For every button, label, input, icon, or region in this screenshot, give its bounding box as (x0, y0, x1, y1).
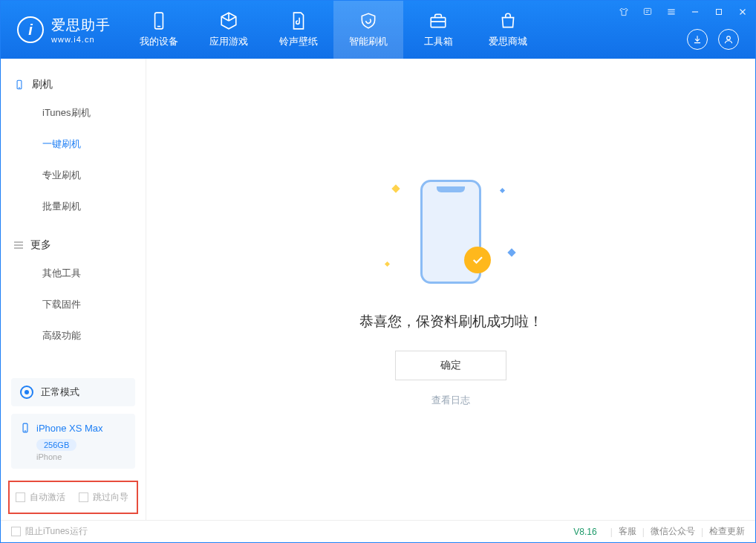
wechat-link[interactable]: 微信公众号 (651, 525, 695, 538)
tab-store[interactable]: 爱思商城 (473, 1, 543, 59)
checkbox-block-itunes[interactable]: 阻止iTunes运行 (11, 525, 88, 538)
support-link[interactable]: 客服 (619, 525, 636, 538)
sidebar-item-download-firmware[interactable]: 下载固件 (1, 289, 146, 320)
close-button[interactable] (736, 5, 749, 19)
checkmark-badge-icon (464, 247, 491, 273)
device-phone-icon (20, 421, 30, 435)
bag-icon (498, 11, 518, 30)
sidebar-section-more: 更多 (1, 233, 146, 258)
tab-apps[interactable]: 应用游戏 (194, 1, 264, 59)
feedback-icon[interactable] (641, 5, 654, 19)
sidebar-section-flash: 刷机 (1, 72, 146, 97)
list-icon (14, 241, 23, 249)
device-name: iPhone XS Max (36, 423, 103, 434)
success-message: 恭喜您，保资料刷机成功啦！ (359, 312, 543, 331)
svg-rect-2 (431, 18, 446, 27)
menu-icon[interactable] (665, 5, 678, 19)
svg-point-3 (727, 36, 731, 40)
logo-title: 爱思助手 (51, 16, 111, 35)
device-mode-card[interactable]: 正常模式 (11, 378, 135, 406)
header-right-actions (687, 29, 739, 50)
cube-icon (219, 11, 238, 30)
toolbox-icon (428, 11, 448, 30)
check-update-link[interactable]: 检查更新 (709, 525, 745, 538)
sidebar-item-advanced[interactable]: 高级功能 (1, 320, 146, 351)
phone-outline-icon (14, 79, 25, 91)
version-label: V8.16 (573, 527, 596, 537)
device-type: iPhone (36, 452, 126, 461)
minimize-button[interactable] (688, 5, 702, 19)
music-file-icon (289, 11, 308, 30)
tab-ringtone[interactable]: 铃声壁纸 (264, 1, 333, 59)
checkbox-auto-activate[interactable]: 自动激活 (16, 491, 65, 504)
logo: i 爱思助手 www.i4.cn (1, 16, 124, 44)
sidebar: 刷机 iTunes刷机 一键刷机 专业刷机 批量刷机 更多 其他工具 下载固件 … (1, 59, 146, 520)
logo-icon: i (17, 16, 44, 43)
maximize-button[interactable] (712, 5, 726, 19)
refresh-shield-icon (359, 11, 378, 30)
phone-icon (149, 11, 169, 30)
sidebar-item-pro-flash[interactable]: 专业刷机 (1, 160, 146, 191)
success-illustration (377, 172, 525, 291)
footer: 阻止iTunes运行 V8.16 | 客服 | 微信公众号 | 检查更新 (1, 520, 755, 542)
confirm-button[interactable]: 确定 (395, 351, 506, 380)
logo-subtitle: www.i4.cn (51, 35, 111, 44)
sidebar-item-oneclick-flash[interactable]: 一键刷机 (1, 129, 146, 160)
window-controls (617, 5, 749, 19)
sidebar-item-itunes-flash[interactable]: iTunes刷机 (1, 97, 146, 129)
tab-my-device[interactable]: 我的设备 (124, 1, 194, 59)
tshirt-icon[interactable] (617, 5, 630, 19)
nav-tabs: 我的设备 应用游戏 铃声壁纸 智能刷机 工具箱 爱思商城 (124, 1, 543, 59)
tab-toolbox[interactable]: 工具箱 (403, 1, 473, 59)
tab-flash[interactable]: 智能刷机 (333, 1, 403, 59)
download-button[interactable] (687, 29, 708, 50)
main-content: 恭喜您，保资料刷机成功啦！ 确定 查看日志 (146, 59, 755, 520)
checkbox-skip-guide[interactable]: 跳过向导 (79, 491, 128, 504)
sidebar-item-other-tools[interactable]: 其他工具 (1, 258, 146, 289)
svg-rect-4 (644, 8, 651, 14)
view-log-link[interactable]: 查看日志 (431, 394, 470, 407)
sidebar-item-batch-flash[interactable]: 批量刷机 (1, 191, 146, 222)
app-header: i 爱思助手 www.i4.cn 我的设备 应用游戏 铃声壁纸 智能刷机 工具箱 (1, 1, 755, 59)
device-mode-label: 正常模式 (41, 386, 79, 399)
status-dot-icon (20, 386, 33, 399)
svg-rect-5 (717, 10, 722, 15)
flash-options-highlighted: 自动激活 跳过向导 (8, 481, 138, 514)
device-card[interactable]: iPhone XS Max 256GB iPhone (11, 414, 135, 469)
account-button[interactable] (718, 29, 739, 50)
device-storage-badge: 256GB (36, 439, 76, 451)
